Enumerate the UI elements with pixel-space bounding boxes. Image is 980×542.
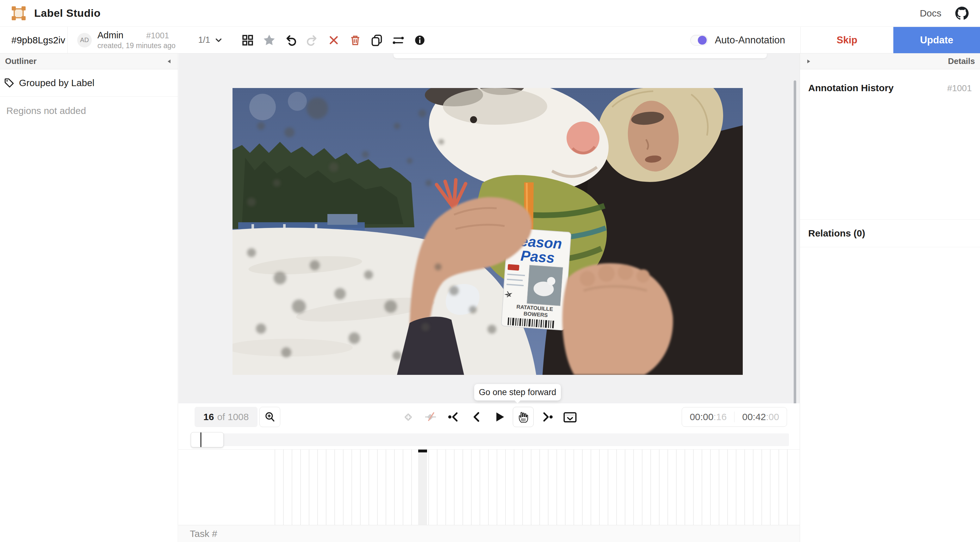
annotation-selector[interactable]: AD Admin #1001 created, 19 minutes ago bbox=[68, 30, 175, 50]
duplicate-button[interactable] bbox=[370, 33, 383, 47]
github-icon[interactable] bbox=[955, 6, 969, 20]
video-scene: Season Pass RATATOUILLE BOWERS bbox=[232, 88, 743, 375]
task-id: #9pb8Lgs2iv bbox=[0, 35, 67, 46]
annotation-created: created, 19 minutes ago bbox=[97, 41, 175, 50]
label-studio-logo-icon[interactable] bbox=[11, 6, 26, 21]
annotation-history-label: Annotation History bbox=[808, 83, 894, 93]
star-button[interactable] bbox=[262, 33, 276, 47]
chevron-down-icon bbox=[214, 35, 223, 45]
outliner-title: Outliner bbox=[5, 56, 37, 66]
update-button[interactable]: Update bbox=[893, 27, 980, 53]
task-footer: Task # bbox=[178, 525, 800, 542]
playhead-marker[interactable] bbox=[418, 450, 427, 453]
annotation-pager[interactable]: 1/1 bbox=[198, 35, 224, 45]
grid-view-button[interactable] bbox=[241, 33, 255, 47]
details-title: Details bbox=[948, 56, 975, 66]
time-duration-frames: :00 bbox=[766, 411, 779, 422]
annotation-history-id: #1001 bbox=[947, 83, 972, 93]
time-position-frames: :16 bbox=[713, 411, 727, 422]
group-mode-label: Grouped by Label bbox=[19, 78, 95, 88]
timecode-display: 00:00:16 00:42:00 bbox=[682, 407, 787, 427]
frame-current[interactable]: 16 bbox=[204, 411, 214, 422]
delete-trash-button[interactable] bbox=[348, 33, 362, 47]
interpolation-disabled-button[interactable] bbox=[422, 407, 440, 427]
settings-swap-button[interactable] bbox=[391, 33, 405, 47]
relations-label: Relations (0) bbox=[808, 228, 865, 239]
zoom-in-button[interactable] bbox=[259, 407, 280, 427]
relations-section[interactable]: Relations (0) bbox=[800, 219, 980, 247]
docs-link[interactable]: Docs bbox=[920, 8, 942, 19]
play-button[interactable] bbox=[490, 407, 508, 427]
redo-button[interactable] bbox=[305, 33, 319, 47]
time-position[interactable]: 00:00:16 bbox=[682, 411, 734, 422]
details-panel: Details Annotation History #1001 Relatio… bbox=[800, 54, 980, 542]
app-header: Label Studio Docs bbox=[0, 0, 980, 27]
playhead-column bbox=[418, 450, 427, 525]
hand-cursor-icon bbox=[517, 410, 530, 424]
seek-playhead[interactable] bbox=[200, 432, 202, 447]
collapse-left-icon[interactable] bbox=[166, 58, 173, 65]
expand-right-icon[interactable] bbox=[805, 58, 812, 65]
frame-total: of 1008 bbox=[217, 411, 249, 422]
frames-panel-toggle-button[interactable] bbox=[561, 407, 579, 427]
avatar: AD bbox=[77, 33, 92, 48]
step-backward-button[interactable] bbox=[467, 407, 485, 427]
video-frame: Season Pass RATATOUILLE BOWERS bbox=[232, 88, 743, 375]
details-header: Details bbox=[800, 54, 980, 69]
time-position-main: 00:00 bbox=[690, 411, 713, 422]
auto-annotation-toggle[interactable] bbox=[690, 35, 708, 46]
reject-cross-button[interactable] bbox=[327, 33, 340, 47]
undo-button[interactable] bbox=[284, 33, 298, 47]
outliner-header: Outliner bbox=[0, 54, 178, 69]
add-keypoint-button[interactable] bbox=[399, 407, 417, 427]
outliner-panel: Outliner Grouped by Label Regions not ad… bbox=[0, 54, 178, 542]
time-duration-main: 00:42 bbox=[742, 411, 766, 422]
timeline-ticks bbox=[275, 450, 789, 525]
time-duration: 00:42:00 bbox=[734, 411, 787, 422]
playback-controls bbox=[399, 407, 579, 427]
app-title: Label Studio bbox=[34, 7, 100, 19]
tag-icon bbox=[4, 78, 14, 88]
seek-row bbox=[178, 431, 800, 449]
annotator-name: Admin bbox=[97, 30, 123, 40]
seek-track[interactable] bbox=[191, 434, 789, 446]
step-forward-button[interactable] bbox=[513, 407, 534, 427]
frame-counter[interactable]: 16 of 1008 bbox=[194, 407, 258, 427]
player-controls-row: 16 of 1008 bbox=[178, 403, 800, 431]
toggle-knob bbox=[698, 36, 707, 45]
frames-timeline[interactable] bbox=[178, 449, 800, 525]
annotation-id: #1001 bbox=[146, 31, 169, 40]
skip-button[interactable]: Skip bbox=[800, 27, 893, 53]
main-content: Season Pass RATATOUILLE BOWERS bbox=[178, 54, 800, 542]
regions-empty-message: Regions not added bbox=[6, 105, 178, 116]
player-lower-area: 16 of 1008 bbox=[178, 403, 800, 542]
scrolled-toolbar-edge bbox=[393, 54, 767, 58]
step-forward-tooltip: Go one step forward bbox=[474, 384, 561, 400]
info-button[interactable] bbox=[413, 33, 426, 47]
annotation-topbar: #9pb8Lgs2iv AD Admin #1001 created, 19 m… bbox=[0, 27, 980, 54]
task-footer-label: Task # bbox=[190, 528, 217, 539]
next-keypoint-button[interactable] bbox=[538, 407, 557, 427]
auto-annotation-label: Auto-Annotation bbox=[715, 35, 785, 46]
workspace: Outliner Grouped by Label Regions not ad… bbox=[0, 54, 980, 542]
pager-value: 1/1 bbox=[198, 35, 210, 45]
group-by-label-selector[interactable]: Grouped by Label bbox=[0, 69, 178, 97]
annotation-history-row[interactable]: Annotation History #1001 bbox=[800, 69, 980, 93]
badge-title-line2: Pass bbox=[520, 247, 555, 266]
zoom-in-icon bbox=[264, 411, 276, 423]
seek-viewport-handle[interactable] bbox=[191, 432, 224, 447]
previous-keypoint-button[interactable] bbox=[444, 407, 463, 427]
annotation-toolbar-icons bbox=[241, 33, 426, 47]
